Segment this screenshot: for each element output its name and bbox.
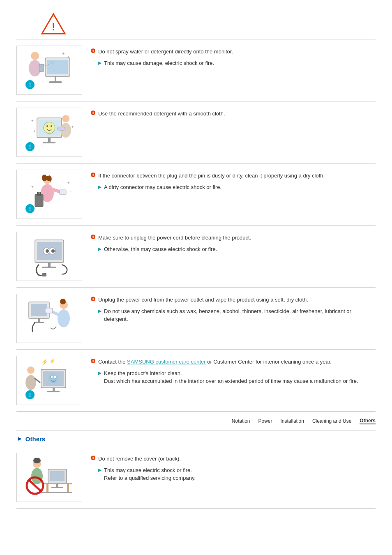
svg-text:✦: ✦ [31,119,34,123]
main-point-text-5: Unplug the power cord from the power out… [98,296,308,304]
svg-point-61 [60,299,66,304]
nav-tabs: Notation Power Installation Cleaning and… [16,412,376,431]
tab-installation[interactable]: Installation [281,418,304,424]
main-point-text-2: Use the recommended detergent with a smo… [98,110,225,118]
others-sub-point-1-1: ▶ This may cause electric shock or fire.… [98,466,376,482]
svg-text:✦: ✦ [71,125,74,129]
cleaning-content-2: ❹ Use the recommended detergent with a s… [90,108,376,121]
svg-point-62 [58,309,70,327]
svg-rect-89 [41,492,72,493]
main-point-1: ❹ Do not spray water or detergent direct… [90,48,376,56]
svg-rect-72 [53,388,55,391]
svg-point-10 [51,62,52,64]
svg-rect-83 [50,471,65,481]
svg-rect-26 [58,127,65,130]
svg-rect-88 [67,484,69,493]
svg-point-74 [27,366,35,374]
cleaning-image-3: ✦ + ✦ + ! [16,170,82,219]
sub-point-5-1: ▶ Do not use any chemicals such as wax, … [98,307,376,323]
others-main-text-1: Do not remove the cover (or back). [98,455,181,463]
svg-rect-73 [47,391,60,392]
cleaning-image-6: ⚡ ⚡ ! [16,356,82,405]
svg-rect-59 [34,322,44,323]
svg-text:✦: ✦ [67,55,70,59]
svg-point-69 [48,373,58,383]
others-section-header: ► Others [16,435,376,442]
svg-point-33 [42,175,47,181]
main-point-5: ❹ Unplug the power cord from the power o… [90,296,376,304]
sub-point-text-6-1: Keep the product's interior clean.Dust w… [104,369,358,385]
cleaning-item-3: ✦ + ✦ + ! ❹ If the connector between the… [16,164,376,226]
svg-point-21 [51,125,52,127]
tab-notation[interactable]: Notation [232,418,250,424]
bullet-icon-2: ❹ [90,110,96,116]
svg-rect-40 [39,192,41,196]
bullet-icon-1: ❹ [90,48,96,54]
svg-point-70 [51,376,53,378]
svg-point-6 [31,52,39,60]
tab-power[interactable]: Power [258,418,272,424]
svg-rect-86 [43,483,72,484]
svg-point-71 [54,376,56,378]
cleaning-image-4 [16,232,82,281]
svg-text:!: ! [52,21,55,33]
arrow-icon-1-1: ▶ [98,60,101,66]
cleaning-content-1: ❹ Do not spray water or detergent direct… [90,46,376,69]
warning-icon-section: ! [16,8,376,39]
svg-text:!: ! [29,205,31,212]
main-point-text-6: Contact the SAMSUNG customer care center… [98,358,332,366]
svg-rect-87 [46,484,48,493]
others-image-1 [16,453,82,502]
main-point-text-4: Make sure to unplug the power cord befor… [98,234,251,242]
main-point-4: ❹ Make sure to unplug the power cord bef… [90,234,376,242]
main-point-2: ❹ Use the recommended detergent with a s… [90,110,376,118]
svg-text:✦: ✦ [67,181,70,185]
main-point-text-3: If the connector between the plug and th… [98,172,325,180]
tab-cleaning[interactable]: Cleaning and Use [312,418,351,424]
others-header-label: Others [25,435,45,442]
svg-point-24 [62,115,69,122]
cleaning-content-3: ❹ If the connector between the plug and … [90,170,376,193]
tab-others[interactable]: Others [360,418,376,424]
others-sub-text-1-1: This may cause electric shock or fire.Re… [104,466,196,482]
cleaning-content-6: ❹ Contact the SAMSUNG customer care cent… [90,356,376,387]
cleaning-item-1: ✦ ✦ ! ❹ Do not spray water or detergent … [16,39,376,101]
cleaning-image-1: ✦ ✦ ! [16,46,82,95]
svg-text:✦: ✦ [62,51,65,56]
cleaning-item-6: ⚡ ⚡ ! [16,350,376,412]
others-bullet-icon-1: ❹ [90,455,96,461]
bullet-icon-5: ❹ [90,296,96,302]
arrow-icon-4-1: ▶ [98,246,101,252]
svg-rect-23 [43,142,55,143]
sub-point-1-1: ▶ This may cause damage, electric shock … [98,59,376,67]
svg-rect-64 [45,308,53,313]
svg-point-20 [46,125,48,127]
bullet-icon-3: ❹ [90,172,96,178]
cleaning-content-4: ❹ Make sure to unplug the power cord bef… [90,232,376,255]
cleaning-illus-1: ✦ ✦ ! [23,48,76,93]
sub-point-6-1: ▶ Keep the product's interior clean.Dust… [98,369,376,385]
cleaning-content-5: ❹ Unplug the power cord from the power o… [90,294,376,325]
svg-rect-85 [51,487,63,488]
warning-triangle-icon: ! [41,12,66,35]
sub-point-text-1-1: This may cause damage, electric shock or… [104,59,214,67]
bullet-icon-6: ❹ [90,358,96,364]
svg-rect-3 [47,60,68,74]
main-point-text-1: Do not spray water or detergent directly… [98,48,233,56]
svg-point-52 [51,249,55,253]
samsung-link[interactable]: SAMSUNG customer care center [127,359,205,365]
svg-point-19 [44,122,55,134]
svg-rect-4 [55,76,56,81]
svg-text:+: + [70,189,72,193]
svg-text:!: ! [29,391,31,398]
svg-point-11 [53,62,54,63]
sub-point-text-4-1: Otherwise, this may cause electric shock… [104,245,217,253]
arrow-icon-5-1: ▶ [98,308,101,314]
others-main-point-1: ❹ Do not remove the cover (or back). [90,455,376,463]
svg-point-50 [46,249,49,253]
arrow-icon-6-1: ▶ [98,370,101,376]
cleaning-item-5: ❹ Unplug the power cord from the power o… [16,288,376,350]
others-arrow-icon-1-1: ▶ [98,467,101,473]
sub-point-3-1: ▶ A dirty connector may cause electric s… [98,183,376,191]
svg-rect-54 [42,267,56,268]
